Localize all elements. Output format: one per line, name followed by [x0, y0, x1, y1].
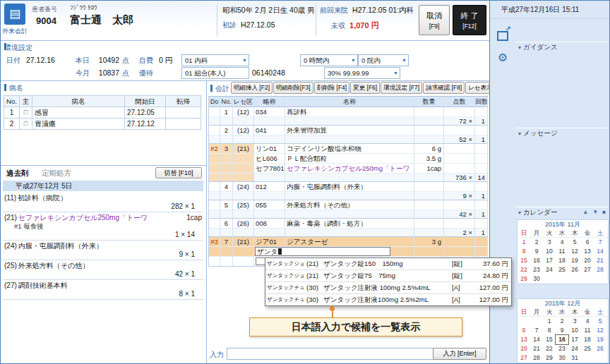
- suggestion-item[interactable]: ザンタックチュウ(30)ザンタック注射液 100mg 2.5%4mL[A]127…: [265, 282, 511, 294]
- burden-rate-select[interactable]: 30% 99.99.99: [324, 67, 400, 79]
- calendar-day[interactable]: 8: [543, 326, 556, 335]
- calendar-day[interactable]: 29: [543, 353, 556, 363]
- toolbar-button[interactable]: 環境設定 [F7]: [381, 82, 422, 94]
- calendar-day[interactable]: 19: [594, 335, 606, 344]
- calendar-day[interactable]: 10: [568, 326, 581, 335]
- history-date-header[interactable]: 平成27年12月 5日: [3, 181, 203, 191]
- disease-row[interactable]: 1□感冒27.12.05: [4, 107, 202, 119]
- calendar-day[interactable]: 7: [594, 238, 606, 247]
- calendar-day[interactable]: 22: [543, 344, 556, 353]
- calendar-today-button[interactable]: ■: [602, 207, 606, 217]
- suggestion-item[interactable]: ザンタックジョウ(21)ザンタック錠75 75mg[錠]24.80 円: [265, 270, 511, 282]
- in-out-select[interactable]: 0 院内: [358, 54, 409, 66]
- calendar-day[interactable]: 25: [581, 344, 594, 353]
- suggestion-item[interactable]: ザンタックチュウ(30)ザンタック注射液100mg 2.5%2mL[A]127.…: [265, 294, 511, 305]
- calendar-day[interactable]: 19: [568, 256, 581, 265]
- calendar-day[interactable]: 1: [518, 238, 530, 247]
- main-disease-checkbox[interactable]: □: [20, 107, 32, 119]
- calendar-day[interactable]: 16: [556, 335, 568, 344]
- message-section-header[interactable]: ▾メッセージ: [515, 128, 608, 138]
- accounting-row[interactable]: 1(12)034再診料: [208, 107, 488, 117]
- accounting-row[interactable]: #23(21)リン01コデインリン酸塩水和物6 g: [208, 144, 488, 154]
- history-item[interactable]: (27)調剤技術基本料8 × 1: [3, 280, 203, 300]
- calendar-day[interactable]: 2: [556, 317, 568, 326]
- calendar-day[interactable]: 10: [543, 247, 556, 256]
- calendar-day[interactable]: 23: [530, 265, 543, 274]
- time-category-select[interactable]: 0 時間内: [300, 54, 358, 66]
- calendar-day[interactable]: 25: [556, 265, 568, 274]
- calendar-day[interactable]: 18: [581, 335, 594, 344]
- calendar-day[interactable]: 7: [530, 326, 543, 335]
- entry-submit-button[interactable]: 入力 [Enter]: [433, 348, 486, 360]
- item-name-edit-input[interactable]: ザンタ: [255, 247, 390, 256]
- calendar-day[interactable]: 20: [518, 344, 530, 353]
- calendar-day[interactable]: 4: [556, 238, 568, 247]
- calendar-day[interactable]: 24: [543, 265, 556, 274]
- accounting-row[interactable]: ヒL606ＰＬ配合顆粒3.5 g: [208, 154, 488, 164]
- history-item[interactable]: (24)内服・屯服調剤料（外来）9 × 1: [3, 241, 203, 260]
- accounting-row[interactable]: セフ7801ヘセファレキシンカプセル250mg「トーワ1cap: [208, 164, 488, 174]
- cancel-button[interactable]: 取消 [F9]: [419, 5, 450, 35]
- toolbar-button[interactable]: 剤削除 [F4]: [314, 82, 350, 94]
- finish-button[interactable]: 終 了 [F12]: [453, 5, 486, 35]
- calendar-day[interactable]: 13: [518, 335, 530, 344]
- calendar-day[interactable]: 11: [581, 326, 594, 335]
- tab-past-medications[interactable]: 過去剤: [6, 169, 29, 178]
- calendar-day[interactable]: 28: [594, 265, 606, 274]
- accounting-row[interactable]: #37(21)ジア01ジアスターゼ3 g: [208, 237, 488, 247]
- history-item[interactable]: (25)外来処方料（その他）42 × 1: [3, 260, 203, 280]
- calendar-day[interactable]: 6: [581, 238, 594, 247]
- insurance-select[interactable]: 01 組合(本人): [181, 67, 249, 79]
- calendar-day[interactable]: 24: [568, 344, 581, 353]
- tab-regular-prescription[interactable]: 定期処方: [42, 169, 71, 178]
- calendar-day[interactable]: 8: [518, 247, 530, 256]
- accounting-row[interactable]: 5(25)055外来処方料（その他）: [208, 200, 488, 210]
- calendar-day[interactable]: 15: [518, 256, 530, 265]
- calendar-day[interactable]: 3: [543, 238, 556, 247]
- calendar-day[interactable]: 14: [530, 335, 543, 344]
- calendar-day[interactable]: 12: [568, 247, 581, 256]
- toolbar-button[interactable]: 変更 [F6]: [350, 82, 380, 94]
- switch-button[interactable]: 切替 [F10]: [155, 167, 202, 178]
- calendar-section-header[interactable]: ■ ▼ ▲ ▾カレンダー: [515, 207, 608, 217]
- calendar-day[interactable]: 30: [530, 274, 543, 284]
- settings-button[interactable]: ⚙: [494, 49, 512, 67]
- calendar-day[interactable]: 12: [594, 326, 606, 335]
- calendar-day[interactable]: 28: [530, 353, 543, 363]
- accounting-row[interactable]: 6(26)008麻薬・毒薬（調剤・処方）: [208, 219, 488, 229]
- history-item[interactable]: (11)初診料（病院）282 × 1: [3, 193, 203, 212]
- calendar-day[interactable]: 21: [594, 256, 606, 265]
- calendar-day[interactable]: 21: [530, 344, 543, 353]
- calendar-day[interactable]: 26: [568, 265, 581, 274]
- calendar-day[interactable]: 15: [543, 335, 556, 344]
- calendar-day[interactable]: 22: [518, 265, 530, 274]
- calendar-day[interactable]: 14: [594, 247, 606, 256]
- calendar-prev-month-button[interactable]: ▲: [582, 207, 588, 217]
- calendar-next-month-button[interactable]: ▼: [592, 207, 598, 217]
- calendar-day[interactable]: 5: [594, 317, 606, 326]
- calendar-day[interactable]: 3: [568, 317, 581, 326]
- toolbar-button[interactable]: 明細削除[F3]: [273, 82, 313, 94]
- accounting-row[interactable]: 2(12)041外来管理加算: [208, 126, 488, 135]
- calendar-day[interactable]: 23: [556, 344, 568, 353]
- calendar-day[interactable]: 2: [530, 238, 543, 247]
- calendar-day[interactable]: 1: [543, 317, 556, 326]
- calendar-day[interactable]: 29: [518, 274, 530, 284]
- calendar-day[interactable]: 30: [556, 353, 568, 363]
- calendar-day[interactable]: 26: [594, 344, 606, 353]
- calendar-day[interactable]: 6: [518, 326, 530, 335]
- calendar-day[interactable]: 20: [581, 256, 594, 265]
- history-item[interactable]: (21)セファレキシンカプセル250mg「トーワ1cap#1 毎食後1 × 14: [3, 212, 203, 241]
- calendar-day[interactable]: 9: [556, 326, 568, 335]
- calendar-day[interactable]: 27: [581, 265, 594, 274]
- calendar-day[interactable]: 13: [581, 247, 594, 256]
- disease-row[interactable]: 2□胃潰瘍27.12.12: [4, 119, 202, 130]
- calendar-day[interactable]: 17: [543, 256, 556, 265]
- toolbar-button[interactable]: 明細挿入 [F2]: [231, 82, 273, 94]
- main-disease-checkbox[interactable]: □: [20, 119, 32, 130]
- calendar-day[interactable]: 17: [568, 335, 581, 344]
- department-select[interactable]: 01 内科: [181, 54, 249, 66]
- calendar-day[interactable]: 16: [530, 256, 543, 265]
- toolbar-button[interactable]: 請求確認 [F8]: [423, 82, 465, 94]
- accounting-row[interactable]: 4(24)012内服・屯服調剤料（外来）: [208, 182, 488, 192]
